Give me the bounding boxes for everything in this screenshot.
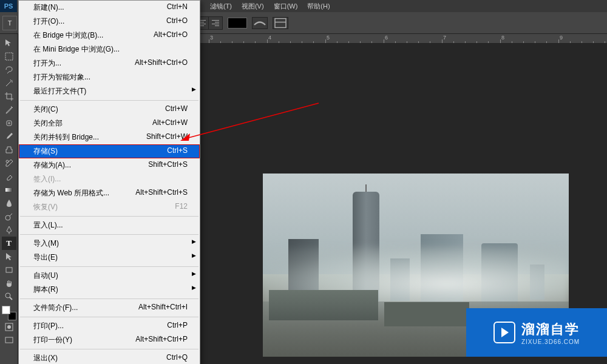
menu-item-[interactable]: 关闭全部Alt+Ctrl+W <box>19 116 200 130</box>
svg-rect-5 <box>5 188 13 192</box>
menu-item-bridgeb[interactable]: 在 Bridge 中浏览(B)...Alt+Ctrl+O <box>19 29 200 42</box>
clone-stamp-tool[interactable] <box>2 143 16 157</box>
menu-item-bridge[interactable]: 关闭并转到 Bridge...Shift+Ctrl+W <box>19 130 200 144</box>
brush-tool[interactable] <box>2 130 16 143</box>
marquee-tool[interactable] <box>2 50 16 63</box>
menu-h[interactable]: 帮助(H) <box>302 0 334 12</box>
menu-item-minibridgeg[interactable]: 在 Mini Bridge 中浏览(G)... <box>19 42 200 56</box>
menu-item-u[interactable]: 自动(U)▶ <box>19 269 200 283</box>
menu-item-[interactable]: 打开为智能对象... <box>19 70 200 84</box>
move-tool[interactable] <box>2 36 16 50</box>
menu-item-c[interactable]: 关闭(C)Ctrl+W <box>19 103 200 116</box>
eyedropper-tool[interactable] <box>2 103 16 116</box>
menu-item-m[interactable]: 导入(M)▶ <box>19 237 200 251</box>
menu-v[interactable]: 视图(V) <box>237 0 269 12</box>
history-brush-tool[interactable] <box>2 157 16 170</box>
menu-item-l[interactable]: 置入(L)... <box>19 218 200 232</box>
menu-item-p[interactable]: 打印(P)...Ctrl+P <box>19 319 200 333</box>
warp-text-button[interactable] <box>252 17 268 29</box>
svg-point-6 <box>5 215 10 220</box>
zoom-tool[interactable] <box>2 290 16 303</box>
menu-item-x[interactable]: 退出(X)Ctrl+Q <box>19 351 200 364</box>
healing-brush-tool[interactable] <box>2 116 16 130</box>
menu-separator <box>20 216 198 217</box>
watermark-banner: 溜溜自学 ZIXUE.3D66.COM <box>466 308 607 357</box>
app-logo: PS <box>0 0 17 12</box>
menu-separator <box>20 266 198 267</box>
menu-item-n[interactable]: 新建(N)...Ctrl+N <box>19 1 200 15</box>
rectangle-tool[interactable] <box>2 263 16 277</box>
foreground-color[interactable] <box>2 306 10 314</box>
type-tool[interactable]: T <box>2 237 16 250</box>
watermark-title: 溜溜自学 <box>521 320 580 339</box>
svg-rect-11 <box>5 337 13 343</box>
play-icon <box>493 322 515 343</box>
quick-mask-toggle[interactable] <box>2 320 16 334</box>
menu-w[interactable]: 窗口(W) <box>269 0 303 12</box>
magic-wand-tool[interactable] <box>2 76 16 90</box>
lasso-tool[interactable] <box>2 63 16 76</box>
svg-rect-2 <box>5 53 13 60</box>
screen-mode-toggle[interactable] <box>2 334 16 347</box>
menu-item-[interactable]: 打开为...Alt+Shift+Ctrl+O <box>19 56 200 70</box>
tools-panel: T <box>0 34 18 364</box>
text-color-swatch[interactable] <box>228 18 247 29</box>
dodge-tool[interactable] <box>2 210 16 223</box>
hand-tool[interactable] <box>2 277 16 290</box>
menu-item-web[interactable]: 存储为 Web 所用格式...Alt+Shift+Ctrl+S <box>19 186 200 200</box>
menu-item-e[interactable]: 导出(E)▶ <box>19 251 200 265</box>
menu-separator <box>20 317 198 317</box>
blur-tool[interactable] <box>2 197 16 210</box>
menu-item-f[interactable]: 文件简介(F)...Alt+Shift+Ctrl+I <box>19 301 200 315</box>
menu-item-y[interactable]: 打印一份(Y)Alt+Shift+Ctrl+P <box>19 333 200 347</box>
svg-rect-0 <box>275 18 286 27</box>
pen-tool[interactable] <box>2 223 16 237</box>
active-tool-indicator[interactable]: T <box>2 16 17 30</box>
character-panel-button[interactable] <box>273 17 288 29</box>
menu-item-t[interactable]: 最近打开文件(T)▶ <box>19 84 200 98</box>
menu-t[interactable]: 滤镜(T) <box>205 0 237 12</box>
menu-separator <box>20 298 198 299</box>
menu-item-i: 签入(I)... <box>19 172 200 186</box>
color-swatches[interactable] <box>2 306 16 320</box>
path-selection-tool[interactable] <box>2 250 16 263</box>
menu-separator <box>20 100 198 101</box>
eraser-tool[interactable] <box>2 170 16 183</box>
crop-tool[interactable] <box>2 90 16 103</box>
menu-separator <box>20 349 198 349</box>
svg-point-10 <box>7 325 11 329</box>
watermark-url: ZIXUE.3D66.COM <box>521 339 580 345</box>
svg-rect-7 <box>6 268 12 272</box>
svg-point-4 <box>6 160 8 163</box>
file-menu-dropdown: 新建(N)...Ctrl+N打开(O)...Ctrl+O在 Bridge 中浏览… <box>18 0 200 364</box>
menu-item-o[interactable]: 打开(O)...Ctrl+O <box>19 15 200 29</box>
menu-item-r[interactable]: 脚本(R)▶ <box>19 283 200 297</box>
align-right-button[interactable] <box>209 17 222 29</box>
menu-item-s[interactable]: 存储(S)Ctrl+S <box>19 144 200 158</box>
menu-item-a[interactable]: 存储为(A)...Shift+Ctrl+S <box>19 158 200 172</box>
menu-separator <box>20 234 198 235</box>
menu-item-v: 恢复(V)F12 <box>19 200 200 214</box>
gradient-tool[interactable] <box>2 183 16 197</box>
svg-point-8 <box>5 293 10 298</box>
